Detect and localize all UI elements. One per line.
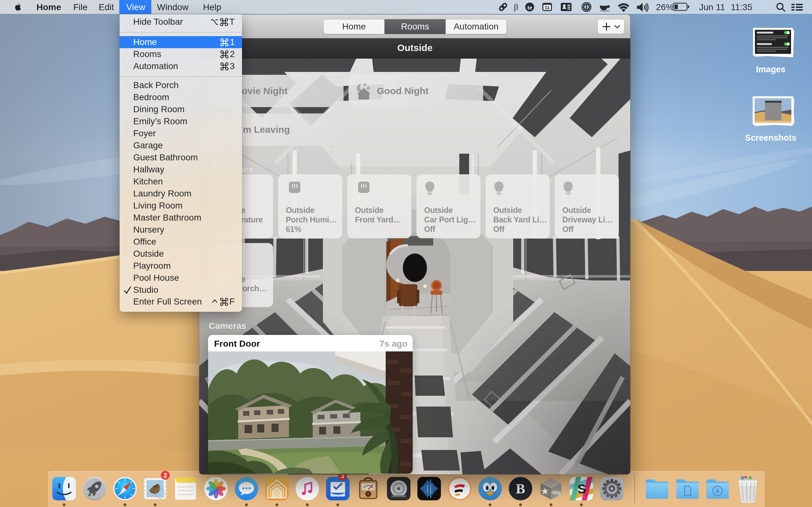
svg-text:Jun 11: Jun 11 [699,2,725,12]
svg-text:11:35: 11:35 [731,2,752,12]
svg-text:β: β [514,2,518,12]
svg-text:B: B [516,481,525,497]
svg-text:te: te [527,4,532,11]
svg-text:26%: 26% [656,2,674,12]
svg-text:11: 11 [545,5,550,10]
svg-text:Images: Images [756,65,785,74]
svg-text:Screenshots: Screenshots [745,133,797,143]
svg-text:S: S [577,482,586,496]
svg-text:499: 499 [551,489,561,497]
svg-text:2: 2 [163,472,167,479]
